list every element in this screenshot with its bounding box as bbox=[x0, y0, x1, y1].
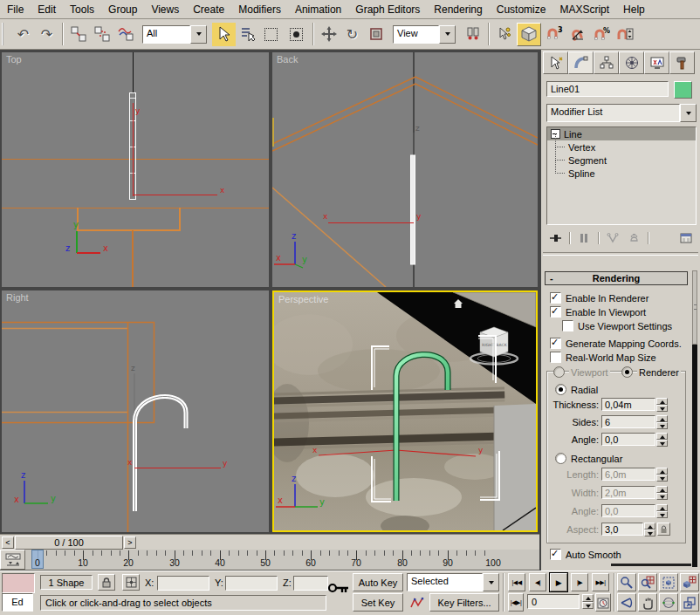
time-slider-right-button[interactable]: > bbox=[124, 536, 136, 549]
macro-recorder-line[interactable] bbox=[2, 573, 35, 593]
time-configuration-button[interactable] bbox=[595, 593, 611, 612]
bind-to-spacewarp-button[interactable] bbox=[113, 23, 137, 46]
enable-in-renderer-checkbox[interactable] bbox=[550, 292, 561, 304]
track-bar[interactable]: 0 10 20 30 40 50 60 70 80 90 100 bbox=[0, 550, 539, 571]
keyable-selection-arrow[interactable] bbox=[483, 573, 499, 591]
zoom-all-button[interactable] bbox=[638, 573, 657, 591]
menu-group[interactable]: Group bbox=[101, 1, 144, 18]
auto-smooth-checkbox[interactable] bbox=[550, 549, 561, 560]
rectangular-radio[interactable] bbox=[555, 453, 566, 464]
snaps-toggle-button[interactable] bbox=[516, 22, 542, 47]
viewport-back[interactable]: Back z x y z x bbox=[272, 52, 538, 287]
menu-graph-editors[interactable]: Graph Editors bbox=[348, 1, 427, 18]
zoom-extents-button[interactable] bbox=[659, 573, 678, 591]
length-spinner[interactable] bbox=[656, 468, 668, 482]
viewport-back-label[interactable]: Back bbox=[277, 54, 298, 65]
maxscript-mini-listener[interactable]: Ed bbox=[2, 593, 33, 612]
menu-modifiers[interactable]: Modifiers bbox=[231, 1, 288, 18]
aspect-lock-button[interactable] bbox=[657, 523, 670, 536]
object-color-swatch[interactable] bbox=[674, 81, 692, 99]
window-crossing-button[interactable] bbox=[283, 23, 309, 46]
set-keys-button[interactable] bbox=[327, 577, 350, 596]
viewport-right[interactable]: Right z y x z y x bbox=[2, 290, 269, 532]
width-spinner[interactable] bbox=[656, 486, 668, 500]
min-max-toggle-button[interactable] bbox=[680, 593, 699, 612]
select-and-rotate-button[interactable]: ↻ bbox=[340, 23, 364, 46]
time-slider-left-button[interactable]: < bbox=[2, 536, 14, 549]
redo-button[interactable]: ↷ bbox=[35, 23, 58, 46]
rect-angle-spinner[interactable] bbox=[656, 504, 668, 518]
viewport-top[interactable]: Top y x y x z bbox=[2, 52, 269, 287]
tab-hierarchy[interactable] bbox=[594, 51, 619, 74]
tab-create[interactable] bbox=[543, 51, 568, 74]
configure-modifier-sets-button[interactable] bbox=[675, 230, 697, 246]
play-animation-button[interactable]: ▶ bbox=[550, 573, 567, 591]
select-and-move-button[interactable] bbox=[317, 23, 340, 46]
select-and-scale-button[interactable] bbox=[364, 23, 388, 46]
key-mode-toggle-button[interactable]: |◀▶| bbox=[508, 593, 524, 612]
remove-modifier-button[interactable] bbox=[623, 230, 644, 246]
key-filters-button[interactable]: Key Filters... bbox=[429, 593, 499, 612]
modifier-list-dropdown[interactable]: Modifier List bbox=[546, 104, 697, 122]
default-in-out-tangents-button[interactable] bbox=[407, 593, 428, 612]
keyable-selection-dropdown[interactable]: Selected bbox=[407, 573, 499, 591]
angle-snap-button[interactable] bbox=[566, 23, 589, 46]
toolbar-grip[interactable] bbox=[2, 23, 8, 45]
menu-maxscript[interactable]: MAXScript bbox=[552, 1, 616, 18]
select-and-link-button[interactable] bbox=[66, 23, 90, 46]
menu-animation[interactable]: Animation bbox=[288, 1, 348, 18]
use-viewport-settings-checkbox[interactable] bbox=[562, 320, 573, 331]
scrollbar-thumb[interactable] bbox=[692, 270, 697, 345]
object-name-field[interactable]: Line01 bbox=[546, 81, 669, 97]
stack-item-segment[interactable]: Segment bbox=[547, 154, 696, 167]
z-coordinate-field[interactable] bbox=[293, 576, 328, 591]
sides-spinner[interactable] bbox=[656, 415, 668, 429]
pin-stack-button[interactable] bbox=[545, 230, 566, 246]
frame-spinner[interactable] bbox=[582, 594, 594, 609]
angle-spinner[interactable] bbox=[656, 433, 668, 447]
tab-modify[interactable] bbox=[568, 51, 594, 74]
tab-utilities[interactable] bbox=[669, 51, 695, 74]
rectangular-selection-region-button[interactable] bbox=[259, 23, 283, 46]
snap-3d-button[interactable]: 3 bbox=[542, 23, 566, 46]
stack-item-vertex[interactable]: Vertex bbox=[547, 140, 696, 154]
menu-help[interactable]: Help bbox=[616, 1, 652, 18]
stack-item-line[interactable]: Line bbox=[547, 127, 696, 140]
go-to-end-button[interactable]: ▶▶| bbox=[592, 573, 609, 591]
unlink-button[interactable] bbox=[90, 23, 113, 46]
rendering-rollout-header[interactable]: - Rendering bbox=[545, 271, 688, 285]
modifier-list-arrow[interactable] bbox=[680, 104, 697, 122]
real-world-map-checkbox[interactable] bbox=[550, 352, 561, 363]
thickness-spinner[interactable] bbox=[656, 398, 668, 412]
generate-mapping-checkbox[interactable] bbox=[550, 338, 561, 349]
reference-coordinate-arrow[interactable] bbox=[439, 25, 456, 44]
tab-display[interactable] bbox=[644, 51, 669, 74]
selection-lock-button[interactable] bbox=[98, 574, 115, 591]
width-field[interactable]: 2,0m bbox=[601, 486, 655, 499]
spinner-snap-button[interactable] bbox=[613, 23, 636, 46]
menu-views[interactable]: Views bbox=[144, 1, 186, 18]
sides-field[interactable]: 6 bbox=[601, 415, 655, 428]
tab-motion[interactable] bbox=[619, 51, 644, 74]
y-coordinate-field[interactable] bbox=[225, 576, 278, 591]
selection-filter-arrow[interactable] bbox=[190, 25, 207, 44]
rollout-scrollbar[interactable] bbox=[692, 270, 697, 567]
current-frame-field[interactable]: 0 bbox=[527, 594, 580, 609]
thickness-field[interactable]: 0,04m bbox=[601, 398, 655, 411]
time-slider-button[interactable]: 0 / 100 bbox=[15, 536, 123, 550]
arc-rotate-button[interactable] bbox=[659, 593, 678, 612]
zoom-extents-all-button[interactable] bbox=[680, 573, 699, 591]
menu-edit[interactable]: Edit bbox=[31, 1, 63, 18]
viewport-perspective[interactable]: Perspective bbox=[272, 290, 538, 532]
aspect-field[interactable]: 3,0 bbox=[601, 523, 643, 536]
zoom-button[interactable] bbox=[617, 573, 636, 591]
percent-snap-button[interactable]: % bbox=[589, 23, 613, 46]
use-pivot-point-center-button[interactable] bbox=[461, 23, 484, 46]
viewport-perspective-label[interactable]: Perspective bbox=[278, 294, 328, 304]
set-key-button[interactable]: Set Key bbox=[353, 593, 403, 612]
enable-in-viewport-checkbox[interactable] bbox=[550, 306, 561, 318]
select-and-manipulate-button[interactable] bbox=[492, 23, 516, 46]
menu-file[interactable]: File bbox=[0, 1, 31, 18]
viewport-radio[interactable] bbox=[553, 366, 565, 378]
auto-key-button[interactable]: Auto Key bbox=[353, 573, 403, 591]
